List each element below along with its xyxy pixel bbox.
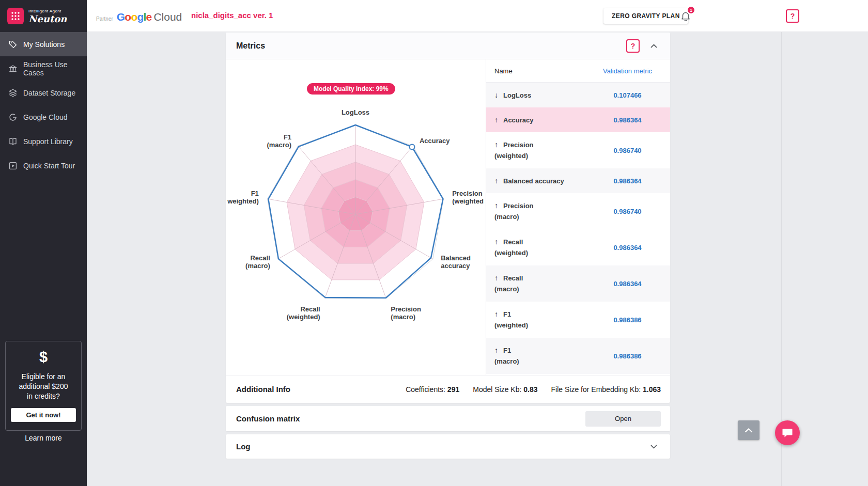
additional-info-stats: Coefficients: 291Model Size Kb: 0.83File… (406, 385, 661, 394)
zero-gravity-plan-button[interactable]: ZERO GRAVITY PLAN (603, 8, 688, 24)
metric-value: 0.986364 (590, 280, 665, 288)
google-cloud-label: Cloud (153, 11, 182, 23)
logo-subtitle: Intelligent Agent (28, 9, 67, 13)
learn-more-link[interactable]: Learn more (0, 434, 87, 442)
scroll-divider (781, 32, 782, 486)
svg-text:F1(macro): F1(macro) (267, 133, 291, 149)
metric-name: ↑Precision(macro) (494, 200, 590, 222)
radar-chart-region: Model Quality Index: 99% LogLossAccuracy… (226, 59, 486, 375)
solutions-icon (8, 40, 18, 49)
name-column-header: Name (494, 67, 590, 75)
metric-value: 0.986364 (590, 244, 665, 252)
metrics-title: Metrics (236, 41, 626, 51)
metric-row-precision-macro[interactable]: ↑Precision(macro)0.986740 (486, 193, 670, 229)
sidebar-item-label: Quick Start Tour (23, 162, 75, 170)
metrics-table-header: Name Validation metric (486, 59, 670, 83)
arrow-up-icon: ↑ (494, 176, 503, 186)
solution-title: nicla_digits_acc ver. 1 (191, 11, 273, 20)
sidebar-item-label: My Solutions (23, 40, 65, 49)
topbar: Partner Google Cloud nicla_digits_acc ve… (87, 0, 868, 32)
stat-model-size-kb: Model Size Kb: 0.83 (473, 385, 537, 394)
metrics-collapse-button[interactable] (650, 44, 657, 48)
chevron-up-icon (745, 428, 753, 433)
metric-name: ↑Precision(weighted) (494, 139, 590, 161)
metrics-table: Name Validation metric ↓LogLoss0.107466↑… (486, 59, 670, 375)
metrics-table-body: ↓LogLoss0.107466↑Accuracy0.986364↑Precis… (486, 83, 670, 374)
arrow-up-icon: ↑ (494, 139, 503, 150)
google-logo: Google (117, 11, 152, 23)
stat-coefficients: Coefficients: 291 (406, 385, 459, 394)
sidebar-item-support-library[interactable]: Support Library (0, 129, 87, 153)
business-icon (8, 64, 18, 73)
arrow-up-icon: ↑ (494, 115, 503, 126)
partner-logo: Partner Google Cloud (96, 11, 182, 23)
credits-promo-box: $ Eligible for anadditional $200in credi… (5, 341, 82, 431)
svg-text:Precision(macro): Precision(macro) (391, 305, 421, 321)
svg-text:Precision(weighted: Precision(weighted (452, 190, 484, 205)
metric-value: 0.986386 (590, 316, 665, 324)
sidebar-item-dataset-storage[interactable]: Dataset Storage (0, 81, 87, 105)
metric-row-accuracy[interactable]: ↑Accuracy0.986364 (486, 107, 670, 132)
log-title: Log (236, 442, 251, 451)
metric-row-balanced-accuracy[interactable]: ↑Balanced accuracy0.986364 (486, 168, 670, 193)
dollar-icon: $ (10, 349, 77, 366)
metric-row-logloss[interactable]: ↓LogLoss0.107466 (486, 83, 670, 107)
metric-row-recall-macro[interactable]: ↑Recall(macro)0.986364 (486, 265, 670, 302)
svg-text:F1weighted): F1weighted) (227, 190, 259, 205)
arrow-up-icon: ↑ (494, 273, 503, 284)
metric-row-precision-weighted[interactable]: ↑Precision(weighted)0.986740 (486, 132, 670, 168)
metric-name: ↑Balanced accuracy (494, 176, 590, 186)
metric-row-f1-weighted[interactable]: ↑F1(weighted)0.986386 (486, 302, 670, 338)
arrow-up-icon: ↑ (494, 309, 503, 320)
arrow-up-icon: ↑ (494, 200, 503, 211)
validation-metric-column-header[interactable]: Validation metric (590, 67, 665, 75)
logo-title: Neuton (28, 14, 67, 24)
svg-text:Accuracy: Accuracy (420, 137, 450, 145)
metrics-header: Metrics ? (226, 33, 670, 59)
metric-name: ↑Accuracy (494, 115, 590, 126)
google-g-icon (8, 113, 18, 122)
sidebar-item-label: Dataset Storage (23, 89, 75, 97)
metric-value: 0.986386 (590, 352, 665, 360)
metric-row-f1-macro[interactable]: ↑F1(macro)0.986386 (486, 338, 670, 374)
neuton-logo-icon (7, 8, 24, 24)
metric-value: 0.107466 (590, 91, 665, 99)
stat-file-size-for-embedding-kb: File Size for Embedding Kb: 1.063 (551, 385, 661, 394)
sidebar-item-label: Google Cloud (23, 113, 68, 121)
metric-row-recall-weighted[interactable]: ↑Recall(weighted)0.986364 (486, 229, 670, 265)
svg-text:LogLoss: LogLoss (342, 108, 369, 116)
sidebar-item-google-cloud[interactable]: Google Cloud (0, 105, 87, 129)
metric-name: ↓LogLoss (494, 90, 590, 101)
chat-widget-button[interactable] (775, 420, 800, 445)
additional-info-title: Additional Info (236, 385, 290, 394)
log-panel[interactable]: Log (226, 434, 670, 459)
chevron-up-icon (650, 44, 657, 48)
svg-text:Recall(macro): Recall(macro) (245, 254, 270, 270)
additional-info-row: Additional Info Coefficients: 291Model S… (226, 375, 670, 403)
support-book-icon (8, 137, 18, 146)
sidebar-item-my-solutions[interactable]: My Solutions (0, 32, 87, 56)
scroll-to-top-button[interactable] (738, 420, 760, 440)
open-confusion-matrix-button[interactable]: Open (585, 411, 661, 427)
sidebar-item-business-use-cases[interactable]: Business Use Cases (0, 56, 87, 81)
metric-name: ↑Recall(weighted) (494, 237, 590, 258)
app-logo[interactable]: Intelligent Agent Neuton (0, 0, 87, 32)
sidebar-item-quick-start-tour[interactable]: Quick Start Tour (0, 153, 87, 178)
confusion-matrix-panel: Confusion matrix Open (226, 406, 670, 431)
promo-text: Eligible for anadditional $200in credits… (10, 372, 77, 401)
metrics-body: Model Quality Index: 99% LogLossAccuracy… (226, 59, 670, 375)
dataset-icon (8, 88, 18, 98)
radar-chart: LogLossAccuracyPrecision(weightedBalance… (226, 59, 486, 375)
global-help-button[interactable]: ? (786, 9, 799, 23)
chevron-down-icon[interactable] (650, 445, 657, 449)
sidebar-nav: My SolutionsBusiness Use CasesDataset St… (0, 32, 87, 178)
svg-text:Balancedaccuracy: Balancedaccuracy (441, 254, 471, 270)
model-quality-badge: Model Quality Index: 99% (307, 83, 395, 95)
get-it-now-button[interactable]: Get it now! (11, 408, 76, 422)
metrics-panel: Metrics ? Model Quality Index: 99% LogLo… (226, 33, 670, 403)
metric-name: ↑Recall(macro) (494, 273, 590, 294)
sidebar-item-label: Support Library (23, 137, 73, 146)
chat-bubble-icon (781, 427, 794, 439)
metrics-help-button[interactable]: ? (626, 39, 640, 53)
sidebar: Intelligent Agent Neuton My SolutionsBus… (0, 0, 87, 486)
